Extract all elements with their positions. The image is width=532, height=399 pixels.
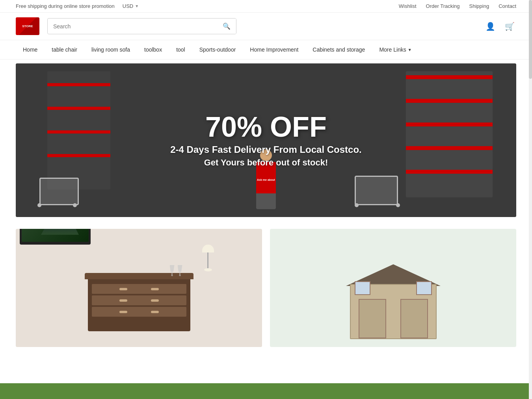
shelf-bar-1 <box>406 75 493 79</box>
currency-label: USD <box>123 3 133 9</box>
nav-cabinets-storage[interactable]: Cabinets and storage <box>305 40 372 59</box>
shelf-bar-5 <box>406 170 493 174</box>
drawer-handle-1 <box>119 288 127 290</box>
shopping-cart-left <box>39 178 79 205</box>
wine-glass-2 <box>178 265 182 276</box>
hero-discount: 70% OFF <box>170 113 362 141</box>
nav-living-room-sofa[interactable]: living room sofa <box>84 40 137 59</box>
logo-text: STORE <box>22 24 33 28</box>
nav-sports-outdoor[interactable]: Sports-outdoor <box>192 40 243 59</box>
drawer-handle-2 <box>151 288 159 290</box>
cart-wheel-left-1 <box>37 203 41 207</box>
search-icon: 🔍 <box>223 23 231 30</box>
search-bar: 🔍 <box>47 18 236 34</box>
drawer-handle-4 <box>151 299 159 302</box>
drawer-1 <box>92 284 186 294</box>
shelf-bar-left-1 <box>47 83 110 86</box>
main-navigation: Home table chair living room sofa toolbo… <box>0 40 532 59</box>
shed-door-left <box>359 299 386 338</box>
nav-more-links[interactable]: More Links ▼ <box>372 40 419 59</box>
order-tracking-link[interactable]: Order Tracking <box>426 3 460 9</box>
cart-button[interactable]: 🛒 <box>503 20 516 33</box>
shed-window-right <box>416 281 432 295</box>
products-section <box>16 229 516 347</box>
drawer-3 <box>92 307 186 317</box>
drawer-handle-3 <box>119 299 127 302</box>
shelf-bar-2 <box>406 99 493 103</box>
storage-shed <box>350 268 437 339</box>
drawer-handle-6 <box>151 311 159 313</box>
lamp-shade <box>202 245 214 252</box>
product-card-shed[interactable] <box>270 229 516 347</box>
shopping-cart-right <box>355 176 398 205</box>
chevron-down-icon: ▼ <box>135 4 139 8</box>
wishlist-link[interactable]: Wishlist <box>399 3 417 9</box>
shed-image <box>270 229 516 347</box>
tv-display <box>20 229 91 245</box>
shed-body <box>350 284 437 339</box>
shipping-link[interactable]: Shipping <box>469 3 489 9</box>
lamp-base <box>204 268 212 271</box>
wine-glasses <box>170 265 182 276</box>
chevron-down-icon: ▼ <box>408 48 412 52</box>
product-card-furniture[interactable] <box>16 229 262 347</box>
shelf-bar-left-2 <box>47 107 110 110</box>
dresser-furniture <box>88 276 190 331</box>
table-lamp <box>202 245 214 271</box>
top-bar: Free shipping during online store promot… <box>0 0 532 13</box>
contact-link[interactable]: Contact <box>499 3 516 9</box>
hero-subtitle: 2-4 Days Fast Delivery From Local Costco… <box>170 144 362 155</box>
account-button[interactable]: 👤 <box>484 20 497 33</box>
promo-text: Free shipping during online store promot… <box>16 3 115 9</box>
hero-text-overlay: 70% OFF 2-4 Days Fast Delivery From Loca… <box>170 113 362 168</box>
nav-home[interactable]: Home <box>16 40 45 59</box>
nav-home-improvement[interactable]: Home Improvement <box>243 40 305 59</box>
hero-subtext: Get Yours before out of stock! <box>170 158 362 168</box>
shed-door-right <box>400 299 428 338</box>
nav-table-chair[interactable]: table chair <box>45 40 84 59</box>
more-links-label: More Links <box>379 46 406 53</box>
shelf-bar-3 <box>406 122 493 126</box>
wine-glass-1 <box>170 265 175 276</box>
shed-window-left <box>355 281 370 295</box>
account-icon: 👤 <box>485 22 495 31</box>
shelf-rack-right <box>406 71 493 197</box>
cart-wheel-left-2 <box>73 203 77 207</box>
cart-wheel-right-1 <box>355 203 359 207</box>
nav-toolbox[interactable]: toolbox <box>137 40 169 59</box>
drawer-handle-5 <box>119 311 127 313</box>
shelf-bar-left-3 <box>47 130 110 134</box>
shelf-bar-left-4 <box>47 154 110 157</box>
person-legs <box>256 193 276 209</box>
scrollbar[interactable] <box>529 0 532 359</box>
hero-banner: Ask me about 70% OFF 2-4 Days Fast Deliv… <box>16 63 516 217</box>
search-button[interactable]: 🔍 <box>217 19 236 34</box>
search-input[interactable] <box>48 19 217 33</box>
dresser-drawers <box>88 276 190 321</box>
nav-tool[interactable]: tool <box>169 40 192 59</box>
header: STORE 🔍 👤 🛒 <box>0 13 532 40</box>
cart-icon: 🛒 <box>505 22 515 31</box>
scroll-thumb[interactable] <box>529 0 532 79</box>
top-bar-right: Wishlist Order Tracking Shipping Contact <box>399 3 516 9</box>
logo-container[interactable]: STORE <box>16 17 39 35</box>
drawer-2 <box>92 295 186 305</box>
cart-wheel-right-2 <box>396 203 400 207</box>
shelf-bar-4 <box>406 146 493 150</box>
header-icons: 👤 🛒 <box>484 20 516 33</box>
tv-screen <box>22 229 89 242</box>
top-bar-left: Free shipping during online store promot… <box>16 3 139 9</box>
currency-selector[interactable]: USD ▼ <box>123 3 139 9</box>
mountain-graphic <box>32 229 79 235</box>
furniture-image <box>16 229 262 347</box>
person-label: Ask me about <box>257 178 275 181</box>
lamp-pole <box>207 252 208 268</box>
logo-image: STORE <box>16 17 39 35</box>
